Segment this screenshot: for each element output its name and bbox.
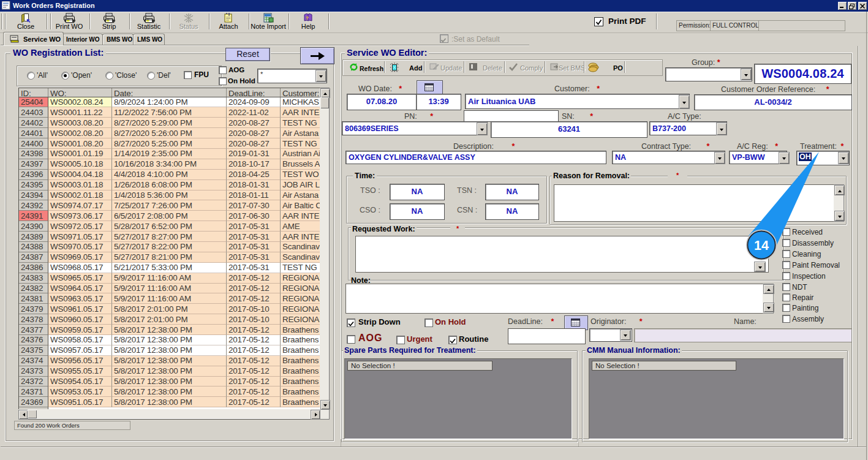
- svg-text:?: ?: [306, 15, 309, 21]
